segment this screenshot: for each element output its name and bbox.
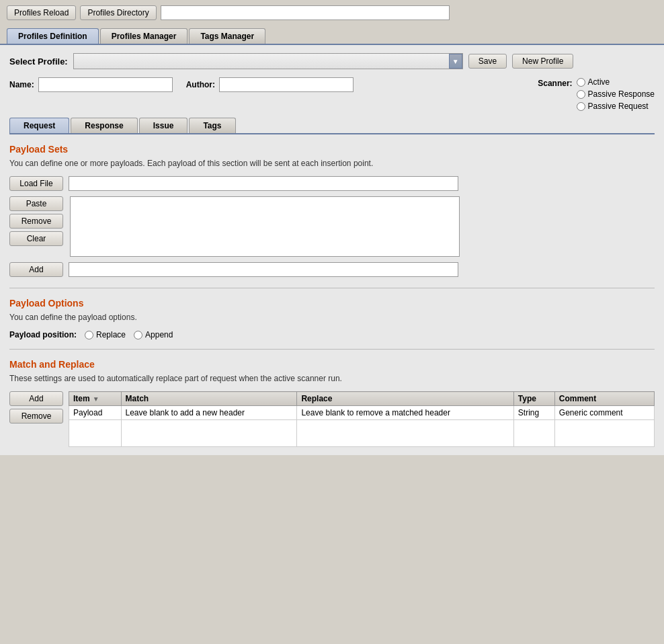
add-row: Add xyxy=(9,262,655,277)
scanner-passive-response-radio[interactable] xyxy=(577,90,585,99)
save-button[interactable]: Save xyxy=(468,54,507,69)
scanner-label: Scanner: xyxy=(538,79,572,88)
scanner-passive-response-label: Passive Response xyxy=(588,89,655,99)
author-field-group: Author: xyxy=(186,77,354,92)
new-profile-button[interactable]: New Profile xyxy=(512,54,573,69)
payload-position-label: Payload position: xyxy=(9,330,77,339)
name-label: Name: xyxy=(9,80,34,89)
tab-profiles-manager[interactable]: Profiles Manager xyxy=(100,28,188,44)
table-remove-button[interactable]: Remove xyxy=(9,409,63,424)
replace-option[interactable]: Replace xyxy=(85,330,126,339)
scanner-group: Scanner: Active Passive Response Passive… xyxy=(538,77,655,111)
sort-icon[interactable]: ▼ xyxy=(93,395,99,403)
cell-replace: Leave blank to remove a matched header xyxy=(297,406,513,420)
payload-controls: Paste Remove Clear xyxy=(9,196,655,257)
match-replace-description: These settings are used to automatically… xyxy=(9,374,655,383)
table-row-empty xyxy=(69,420,655,447)
cell-type: String xyxy=(513,406,554,420)
divider-1 xyxy=(9,288,655,288)
tab-tags-manager[interactable]: Tags Manager xyxy=(189,28,265,44)
select-profile-row: Select Profile: ▼ Save New Profile xyxy=(9,53,655,69)
scanner-passive-request-radio[interactable] xyxy=(577,102,585,111)
scanner-active-radio[interactable] xyxy=(577,78,585,87)
table-wrapper: Item ▼ Match Replace Type Comment xyxy=(69,391,655,447)
replace-label: Replace xyxy=(96,330,126,339)
scanner-active-option[interactable]: Active xyxy=(577,77,655,87)
tab-tags[interactable]: Tags xyxy=(189,118,235,133)
append-radio[interactable] xyxy=(134,331,142,339)
author-input[interactable] xyxy=(219,77,354,92)
match-replace-section: Match and Replace These settings are use… xyxy=(9,359,655,447)
col-header-replace: Replace xyxy=(297,392,513,406)
load-file-row: Load File xyxy=(9,176,655,191)
inner-tabs: Request Response Issue Tags xyxy=(9,118,655,134)
select-profile-label: Select Profile: xyxy=(9,56,68,67)
remove-button[interactable]: Remove xyxy=(9,214,63,229)
profiles-reload-button[interactable]: Profiles Reload xyxy=(7,5,76,20)
add-input[interactable] xyxy=(69,262,458,277)
name-field-group: Name: xyxy=(9,77,173,92)
tab-profiles-definition[interactable]: Profiles Definition xyxy=(7,28,99,44)
col-header-item: Item ▼ xyxy=(69,392,122,406)
match-replace-table: Item ▼ Match Replace Type Comment xyxy=(69,391,655,447)
payload-options-section: Payload Options You can define the paylo… xyxy=(9,298,655,339)
author-label: Author: xyxy=(186,80,215,89)
load-file-input[interactable] xyxy=(69,176,458,191)
table-add-button[interactable]: Add xyxy=(9,391,63,406)
table-body: Payload Leave blank to add a new header … xyxy=(69,406,655,447)
payload-position-row: Payload position: Replace Append xyxy=(9,330,655,339)
append-option[interactable]: Append xyxy=(134,330,173,339)
payload-sets-section: Payload Sets You can define one or more … xyxy=(9,144,655,277)
tab-request[interactable]: Request xyxy=(9,118,69,133)
scanner-passive-request-label: Passive Request xyxy=(588,102,649,111)
add-button[interactable]: Add xyxy=(9,262,63,277)
table-section: Add Remove Item ▼ Match xyxy=(9,391,655,447)
tab-issue[interactable]: Issue xyxy=(139,118,188,133)
table-header-row: Item ▼ Match Replace Type Comment xyxy=(69,392,655,406)
payload-sets-title: Payload Sets xyxy=(9,144,655,155)
name-input[interactable] xyxy=(38,77,173,92)
clear-button[interactable]: Clear xyxy=(9,231,63,246)
main-content: Select Profile: ▼ Save New Profile Name:… xyxy=(0,45,664,455)
table-row[interactable]: Payload Leave blank to add a new header … xyxy=(69,406,655,420)
tab-response[interactable]: Response xyxy=(71,118,137,133)
select-profile-dropdown[interactable]: ▼ xyxy=(73,53,463,69)
scanner-active-label: Active xyxy=(588,77,610,87)
payload-textarea[interactable] xyxy=(70,196,460,257)
replace-radio[interactable] xyxy=(85,331,93,339)
scanner-radio-group: Active Passive Response Passive Request xyxy=(577,77,655,111)
profiles-directory-button[interactable]: Profiles Directory xyxy=(80,5,156,20)
append-label: Append xyxy=(145,330,173,339)
payload-options-title: Payload Options xyxy=(9,298,655,309)
cell-item: Payload xyxy=(69,406,122,420)
payload-options-description: You can define the payload options. xyxy=(9,313,655,322)
payload-action-buttons: Paste Remove Clear xyxy=(9,196,63,246)
payload-sets-description: You can define one or more payloads. Eac… xyxy=(9,159,655,168)
table-add-remove-buttons: Add Remove xyxy=(9,391,63,424)
paste-button[interactable]: Paste xyxy=(9,196,63,211)
divider-2 xyxy=(9,349,655,350)
scanner-passive-request-option[interactable]: Passive Request xyxy=(577,102,655,111)
profile-details: Name: Author: Scanner: Active Passive Re… xyxy=(9,77,655,111)
dropdown-arrow-icon[interactable]: ▼ xyxy=(449,54,462,69)
scanner-passive-response-option[interactable]: Passive Response xyxy=(577,89,655,99)
match-replace-title: Match and Replace xyxy=(9,359,655,370)
outer-tabs: Profiles Definition Profiles Manager Tag… xyxy=(0,28,664,45)
load-file-button[interactable]: Load File xyxy=(9,176,63,191)
search-input[interactable] xyxy=(161,5,450,20)
cell-comment: Generic comment xyxy=(554,406,654,420)
col-header-type: Type xyxy=(513,392,554,406)
top-toolbar: Profiles Reload Profiles Directory xyxy=(0,0,664,26)
cell-match: Leave blank to add a new header xyxy=(121,406,297,420)
col-header-match: Match xyxy=(121,392,297,406)
col-header-comment: Comment xyxy=(554,392,654,406)
